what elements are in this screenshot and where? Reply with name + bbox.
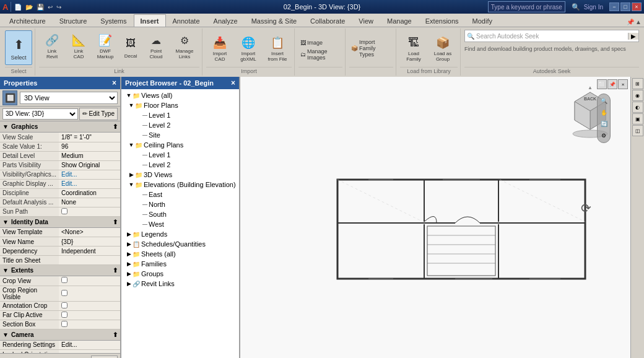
qa-redo-icon[interactable]: ↪ [56,4,61,11]
rp-button-3[interactable]: ◐ [632,102,643,113]
ceiling-plans-toggle[interactable]: ▼ [128,141,135,149]
rp-button-2[interactable]: ◉ [632,90,643,101]
tab-view[interactable]: View [352,14,380,27]
crop-view-checkbox[interactable] [61,277,67,283]
sun-path-checkbox[interactable] [61,208,67,214]
graphics-toggle[interactable]: ▼ [2,123,9,130]
identity-expand-icon[interactable]: ⬆ [113,219,118,225]
qa-new-icon[interactable]: 📄 [14,4,22,11]
tree-item-ceil-level2[interactable]: Level 2 [123,160,238,170]
annotation-crop-checkbox[interactable] [61,302,67,308]
tree-item-floor-plans[interactable]: ▼ 📁 Floor Plans [123,100,238,110]
tab-extensions[interactable]: Extensions [419,14,466,27]
seek-go-button[interactable]: ▶ [628,33,638,40]
load-as-group-button[interactable]: 📦 Load asGroup [428,32,458,64]
tree-item-groups[interactable]: ▶ 📁 Groups [123,269,238,279]
tab-massing[interactable]: Massing & Site [245,14,303,27]
viewport[interactable]: ⟳ BACK ▲ ⬜ � [240,77,630,358]
tree-item-site[interactable]: Site [123,130,238,140]
nav-pan-icon[interactable]: ✋ [601,110,607,116]
qa-undo-icon[interactable]: ↩ [48,4,53,11]
ribbon-expand-icon[interactable]: ▲ [635,19,642,25]
view-instance-dropdown[interactable]: 3D View: {3D} [2,108,78,120]
rp-button-5[interactable]: ◫ [632,125,643,136]
section-box-checkbox[interactable] [61,321,67,327]
insert-from-file-button[interactable]: 📋 Insertfrom File [263,32,292,64]
import-cad-button[interactable]: 📥 ImportCAD [206,32,233,64]
viewport-close-btn[interactable]: × [618,79,628,89]
far-clip-active-checkbox[interactable] [61,312,67,318]
tab-architecture[interactable]: Architecture [2,14,53,27]
nav-orbit-icon[interactable]: 🔄 [601,121,607,127]
tree-item-3d-views[interactable]: ▶ 📁 3D Views [123,170,238,180]
manage-images-button[interactable]: 🗂 Manage Images [298,49,342,60]
sheets-toggle[interactable]: ▶ [125,250,133,258]
nav-zoom-icon[interactable]: 🔍 [601,98,607,104]
tree-item-views-all[interactable]: ▼ 📁 Views (all) [123,90,238,100]
viewport-restore-btn[interactable]: ⬜ [597,79,607,89]
families-toggle[interactable]: ▶ [125,260,133,268]
schedules-toggle[interactable]: ▶ [125,240,133,248]
image-button[interactable]: 🖼 Image [298,37,342,48]
tree-item-legends[interactable]: ▶ 📁 Legends [123,229,238,239]
project-browser-close-button[interactable]: × [231,79,235,87]
tree-item-north[interactable]: North [123,199,238,209]
ribbon-pin-icon[interactable]: 📌 [627,19,634,25]
tree-item-west[interactable]: West [123,219,238,229]
link-cad-button[interactable]: 📐 LinkCAD [66,30,92,62]
tab-analyze[interactable]: Analyze [207,14,245,27]
tab-manage[interactable]: Manage [380,14,419,27]
properties-close-button[interactable]: × [112,79,116,87]
signin-btn[interactable]: Sign In [584,4,603,11]
seek-search-input[interactable]: Search Autodesk Seek [476,33,628,40]
tree-item-schedules[interactable]: ▶ 📋 Schedules/Quantities [123,239,238,249]
tree-item-sheets[interactable]: ▶ 📁 Sheets (all) [123,249,238,259]
modify-button[interactable]: ⬆ Select [5,30,32,65]
link-revit-button[interactable]: 🔗 LinkRevit [39,30,65,62]
identity-toggle[interactable]: ▼ [2,219,9,225]
tab-systems[interactable]: Systems [94,14,133,27]
views-all-toggle[interactable]: ▼ [125,92,133,99]
nav-wheel-icon[interactable]: ⚙ [601,133,606,139]
edit-type-button[interactable]: ✏ Edit Type [79,108,118,120]
tree-item-level2[interactable]: Level 2 [123,120,238,130]
tree-item-east[interactable]: East [123,190,238,199]
view-type-dropdown[interactable]: 3D View [20,92,118,104]
tree-item-families[interactable]: ▶ 📁 Families [123,259,238,269]
maximize-button[interactable]: □ [620,2,630,11]
apply-button[interactable]: Apply [91,356,118,359]
tree-item-ceil-level1[interactable]: Level 1 [123,150,238,160]
tab-annotate[interactable]: Annotate [166,14,207,27]
manage-links-button[interactable]: ⚙ ManageLinks [170,30,199,62]
search-bar-input[interactable]: Type a keyword or phrase [491,4,562,11]
floor-plans-toggle[interactable]: ▼ [128,102,135,109]
dwf-markup-button[interactable]: 📝 DWFMarkup [92,30,118,62]
tab-insert[interactable]: Insert [134,14,166,27]
extents-expand-icon[interactable]: ⬆ [113,267,118,274]
minimize-button[interactable]: − [609,2,619,11]
import-family-types-button[interactable]: 📦 Import Family Types [349,43,393,54]
elevations-toggle[interactable]: ▼ [128,181,135,188]
groups-toggle[interactable]: ▶ [125,270,133,277]
3d-views-toggle[interactable]: ▶ [128,171,135,178]
decal-button[interactable]: 🖼 Decal [119,30,142,62]
qa-save-icon[interactable]: 💾 [37,4,44,11]
tree-item-revit-links[interactable]: ▶ 🔗 Revit Links [123,279,238,289]
tree-item-south[interactable]: South [123,209,238,219]
import-gbxml-button[interactable]: 🌐 ImportgbXML [234,32,263,64]
steering-wheel[interactable]: 🔍 ✋ 🔄 ⚙ [597,94,611,143]
crop-region-visible-checkbox[interactable] [61,290,67,296]
rp-button-4[interactable]: ▣ [632,113,643,124]
graphics-expand-icon[interactable]: ⬆ [113,123,118,130]
close-button[interactable]: × [632,2,642,11]
camera-toggle[interactable]: ▼ [2,331,9,338]
revit-links-toggle[interactable]: ▶ [125,280,133,287]
rp-button-1[interactable]: ⊞ [632,78,643,89]
legends-toggle[interactable]: ▶ [125,230,133,238]
tree-item-level1[interactable]: Level 1 [123,110,238,120]
tree-item-elevations[interactable]: ▼ 📁 Elevations (Building Elevation) [123,180,238,190]
tab-collaborate[interactable]: Collaborate [303,14,352,27]
tab-modify[interactable]: Modify [466,14,499,27]
tab-structure[interactable]: Structure [53,14,94,27]
qa-open-icon[interactable]: 📂 [25,4,33,11]
